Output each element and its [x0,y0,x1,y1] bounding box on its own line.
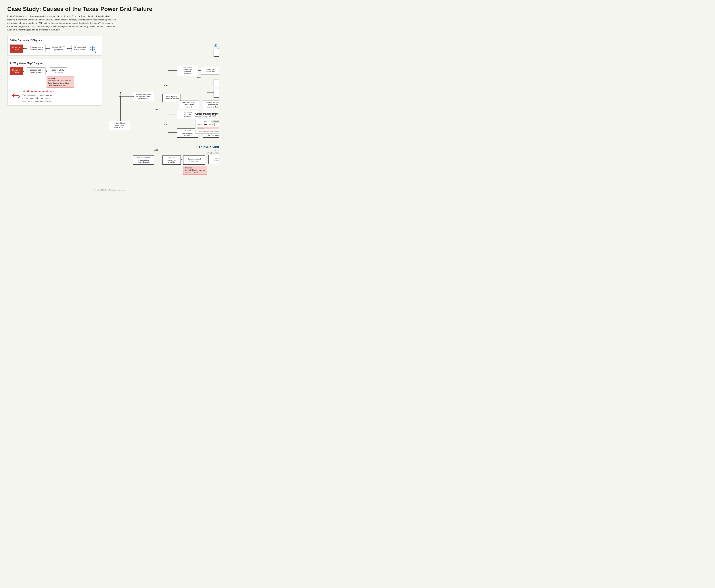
curved-arrow-icon: ↩ [12,91,20,101]
twenty-two-why-container: 22-Why Cause Map™ Diagram Impact to Goal… [7,59,102,105]
and-2: AND [154,109,158,111]
extended-loss-box-22why: Extended loss of electrical power [27,67,45,75]
page-title: Case Study: Causes of the Texas Power Gr… [7,5,212,13]
cause-mapping-title: Cause Mapping® Method [195,112,219,115]
nat-gas-unavail-node: Natural gas unavailable [201,67,219,75]
and-3: AND [164,123,168,125]
arrow-2-22why [45,70,50,72]
think-reliability-brand: ⠿ ThinkReliability® [192,145,219,149]
copyright-text: Copyright 2021 ThinkReliability. Novem, … [7,189,212,191]
evidence-text-22why: ERCOT provides apprx 90% of Texas Electr… [48,80,70,86]
evidence-label-elec: Evidence: [185,167,193,169]
arrowline-3-3why [68,48,71,49]
and-1: AND [164,84,168,86]
evidence-label-22why: Evidence: [48,78,56,79]
strained-ercot-box-22why: Strained ERCOT grid system [50,67,67,75]
full-cause-map: Frozen generation systems ❄🌡 Ineffective… [106,36,219,185]
arrowline-1-3why [24,48,27,49]
effect-box-mini: Effect [197,123,203,126]
snowflake-therm-icon-3why: ❄ 🌡 [89,44,96,53]
arrowline-2-22why [46,71,50,71]
strained-evidence: Evidence: ERCOT provides apprx 90% of Te… [46,76,100,88]
intro-paragraph: In mid-February, a record-breaking winte… [7,15,117,31]
ercot-reduced-node: ERCOT power generation reduced [163,94,181,102]
cause-effect-diagram: Possible solution: why? Effect Cause [195,119,219,133]
arrow-3-3why [67,48,71,49]
frozen-gen-node: Frozen generation systems [214,49,219,57]
and-bottom: AND [154,149,158,151]
frozen-pipeline-node: Frozen pipeline feed systems [214,80,219,87]
twenty-two-why-diagram: Impact to Goals Extended loss of electri… [10,67,100,75]
loss-nuclear-node: Loss of some nuclear power generation [177,128,198,138]
limited-import-node: Limited ability to import power outside … [109,121,130,130]
arrow-to-available [119,95,133,98]
effect-cause-caption: Basic Cause-and-Effect Relationship [197,130,219,132]
available-supply-node: Available supply was 46 gigawatts during… [133,92,154,101]
cause-box-mini: Cause [208,123,215,126]
arrowline-2-3why [46,48,50,49]
demand-reached-node: Demand reached 68 gigawatts as temps dro… [133,155,154,165]
brand-dots: ⠿ [196,146,197,149]
arrow-1-3why [23,48,27,49]
arrow-2-3why [45,48,50,49]
contact-email: info@thinkreliability.com [192,152,219,154]
excessive-cold-box-3why: Excessive cold temperatures [71,45,88,52]
cause-mapping-subtitle: Problem Solving • Root Cause Analysis [195,116,219,118]
twenty-two-why-title: 22-Why Cause Map™ Diagram [10,62,100,65]
increased-demand-node: Increased demand for electricity [163,155,181,165]
additional-demand-node: Additional natural gas demand from resid… [214,89,219,98]
and-nat-gas: AND [197,76,201,78]
cause-mapping-method-section: Cause Mapping® Method Problem Solving • … [195,112,219,133]
evidence-box-22why: Evidence: ERCOT provides apprx 90% of Te… [46,76,74,88]
loss-nat-gas-node: Loss of some natural gas powered generat… [177,65,198,76]
right-column: Frozen generation systems ❄🌡 Ineffective… [106,36,219,185]
arrowline-1-22why [24,71,27,71]
winter-season-node: Winter is not typical peak demand season… [203,101,219,109]
mini-arrow-line [205,124,207,125]
arrow-1-22why [23,70,27,72]
three-why-title: 3-Why Cause Map™ Diagram [10,39,100,42]
loss-wind-node: Loss of some windpower generation [177,110,198,119]
impacted-goals-body: This catastrophic incident impacted mult… [22,94,59,103]
extended-loss-box-3why: Extended loss of electrical power [27,45,45,52]
think-reliability-section: ⠿ ThinkReliability® 281.412.7766 info@th… [192,145,219,185]
contact-phone: 281.412.7766 [192,149,219,152]
thermometer-icon-3why: 🌡 [94,50,97,54]
impacted-goals-text: Multiple Impacted Goals This catastrophi… [22,90,59,103]
strained-ercot-box-3why: Strained ERCOT grid system [50,45,67,52]
units-overhaul-node: Many units in pre- planned winter overha… [179,101,199,109]
impact-goals-box-3why: Impact to Goals [10,44,23,52]
three-why-container: 3-Why Cause Map™ Diagram Impact to Goals… [7,36,102,55]
evidence-box-mini: Evidence: [197,127,219,129]
main-layout: 3-Why Cause Map™ Diagram Impact to Goals… [7,36,212,185]
svg-marker-42 [120,92,121,94]
impacted-goals-section: ↩ Multiple Impacted Goals This catastrop… [10,90,100,103]
three-why-diagram: Impact to Goals Extended loss of electri… [10,44,100,53]
left-column: 3-Why Cause Map™ Diagram Impact to Goals… [7,36,102,185]
possible-solution-box: Possible solution: [211,120,219,123]
impacted-goals-heading: Multiple Impacted Goals [22,90,59,93]
svg-marker-44 [133,96,133,97]
snowflake-therm-icon-top: ❄🌡 [214,43,219,49]
impact-goals-box-22why: Impact to Goals [10,67,23,75]
